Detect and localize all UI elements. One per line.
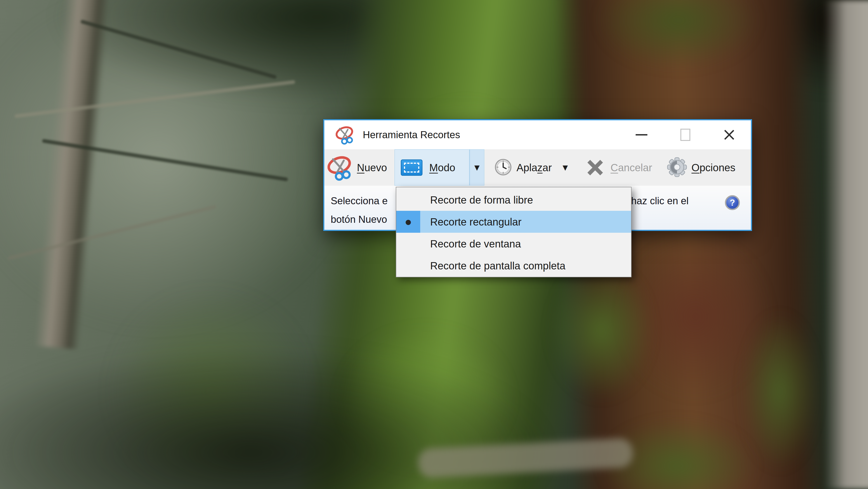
forest-dark-corner (741, 0, 868, 90)
mode-button-label: Modo (429, 162, 455, 174)
maximize-icon (680, 129, 690, 141)
minimize-icon (636, 134, 647, 136)
menu-item-free-form-snip[interactable]: Recorte de forma libre (396, 189, 631, 211)
forest-fog (0, 0, 350, 328)
forest-moss-patch (599, 419, 757, 489)
forest-branch (42, 139, 288, 181)
mode-dropdown-arrow-button[interactable]: ▼ (469, 149, 485, 186)
forest-fallen-log (417, 438, 633, 478)
forest-bark-patch (622, 237, 769, 396)
minimize-button[interactable] (631, 124, 652, 146)
question-mark-icon: ? (730, 198, 735, 208)
status-text-fragment: Selecciona e (331, 195, 388, 206)
cancel-button-disabled[interactable]: Cancelar (586, 149, 652, 186)
menu-item-rectangular-snip[interactable]: ● Recorte rectangular (396, 211, 631, 233)
maximize-button[interactable] (675, 124, 696, 146)
window-title: Herramienta Recortes (363, 120, 460, 149)
options-button-label: Opciones (691, 162, 735, 174)
cancel-button-label: Cancelar (611, 162, 652, 174)
delay-button[interactable]: Aplazar ▼ (494, 149, 568, 186)
mode-button[interactable]: Modo (395, 149, 469, 186)
menu-item-gutter (396, 255, 420, 277)
rectangular-selection-icon (401, 160, 423, 176)
close-button[interactable] (718, 124, 740, 146)
menu-item-gutter (396, 189, 420, 211)
delay-button-label: Aplazar (517, 162, 552, 174)
window-controls (631, 120, 740, 149)
toolbar: Nuevo Modo ▼ (324, 149, 751, 186)
help-button[interactable]: ? (725, 195, 740, 210)
cancel-x-icon (586, 159, 604, 177)
caret-down-icon: ▼ (474, 164, 479, 171)
forest-moss-patch (549, 260, 653, 400)
options-button[interactable]: Opciones (666, 149, 735, 186)
forest-canopy (57, 0, 577, 102)
forest-thin-trunk (34, 0, 111, 350)
menu-item-full-screen-snip[interactable]: Recorte de pantalla completa (396, 255, 631, 277)
forest-branch (7, 205, 217, 260)
menu-item-gutter: ● (396, 211, 420, 233)
new-snip-button[interactable]: Nuevo (328, 149, 387, 186)
forest-shadow (0, 351, 542, 489)
selected-bullet-icon: ● (405, 218, 411, 226)
snipping-tool-logo-icon (336, 125, 355, 145)
mode-dropdown-menu: Recorte de forma libre ● Recorte rectang… (396, 187, 631, 277)
close-icon (723, 128, 736, 141)
forest-moss-highlight (339, 328, 511, 468)
forest-moss-patch (108, 289, 312, 489)
forest-branch (80, 20, 277, 79)
forest-moss-patch (599, 0, 757, 68)
status-text-fragment: botón Nuevo (331, 214, 387, 225)
forest-moss-patch (741, 312, 818, 470)
menu-item-gutter (396, 233, 420, 255)
status-text-fragment: haz clic en el (631, 195, 688, 206)
clock-icon (494, 158, 512, 177)
new-button-label: Nuevo (357, 162, 387, 174)
scissors-icon (328, 154, 354, 181)
forest-pale-trunk (824, 0, 868, 489)
mode-split-button: Modo ▼ (395, 149, 485, 186)
gear-icon (666, 156, 688, 179)
title-bar[interactable]: Herramienta Recortes (324, 120, 751, 149)
desktop: Herramienta Recortes (0, 0, 868, 489)
caret-down-icon: ▼ (563, 164, 568, 171)
menu-item-window-snip[interactable]: Recorte de ventana (396, 233, 631, 255)
forest-branch (14, 80, 296, 118)
